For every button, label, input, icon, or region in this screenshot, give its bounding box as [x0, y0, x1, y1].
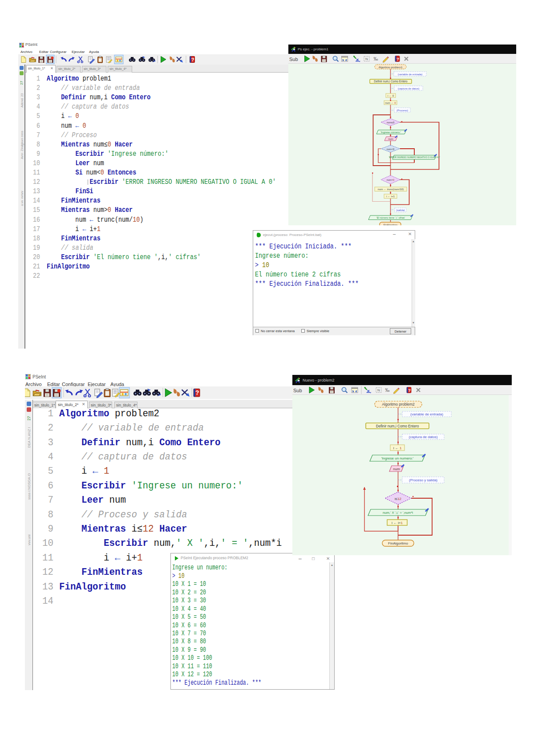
svg-text:i≤12: i≤12 — [395, 497, 402, 501]
svg-text:(captura de datos): (captura de datos) — [398, 87, 420, 90]
svg-text:num,' X ',i,' = ',num*i: num,' X ',i,' = ',num*i — [383, 511, 413, 515]
svg-text:Sub: Sub — [289, 57, 298, 62]
svg-text:(salida): (salida) — [396, 209, 405, 211]
svg-text:i ← i+1: i ← i+1 — [386, 195, 395, 198]
svg-text:'ERROR INGRESO NUMERO NEGATIVO: 'ERROR INGRESO NUMERO NEGATIVO O IGUAL A… — [389, 156, 440, 159]
svg-text:Algoritmo problem1: Algoritmo problem1 — [379, 65, 403, 69]
svg-text:(variable de entrada): (variable de entrada) — [398, 73, 422, 76]
svg-text:i ← 0: i ← 0 — [388, 94, 394, 97]
svg-text:Sub: Sub — [293, 388, 302, 393]
svg-text:(variable de entrada): (variable de entrada) — [410, 412, 443, 416]
svg-text:(Proceso): (Proceso) — [396, 109, 408, 112]
svg-text:num: num — [393, 467, 400, 471]
svg-text:num ← 0: num ← 0 — [385, 102, 396, 104]
svg-text:num≤0: num≤0 — [387, 121, 394, 124]
svg-text:'Ingrese un numero:': 'Ingrese un numero:' — [381, 456, 414, 460]
svg-text:i ← i+1: i ← i+1 — [392, 521, 403, 525]
svg-text:'El número tiene ',i,' cifras': 'El número tiene ',i,' cifras' — [376, 216, 405, 219]
svg-text:'Ingrese número:': 'Ingrese número:' — [380, 131, 401, 134]
svg-text:(Proceso y salida): (Proceso y salida) — [409, 478, 437, 482]
svg-text:i ← 1: i ← 1 — [393, 446, 402, 450]
svg-text:FinAlgoritmo: FinAlgoritmo — [384, 224, 397, 226]
svg-text:num ← trunc(num/10): num ← trunc(num/10) — [378, 188, 404, 191]
svg-text:num<0: num<0 — [387, 148, 394, 150]
svg-text:num>0: num>0 — [387, 179, 394, 181]
svg-text:FinAlgoritmo: FinAlgoritmo — [388, 541, 408, 545]
svg-text:num: num — [388, 138, 393, 140]
svg-text:Definir num,i Como Entero: Definir num,i Como Entero — [376, 424, 419, 428]
svg-text:Algoritmo problem2: Algoritmo problem2 — [382, 402, 415, 406]
svg-text:(captura de datos): (captura de datos) — [409, 435, 438, 439]
svg-text:Definir num,i Como Entero: Definir num,i Como Entero — [374, 80, 408, 83]
